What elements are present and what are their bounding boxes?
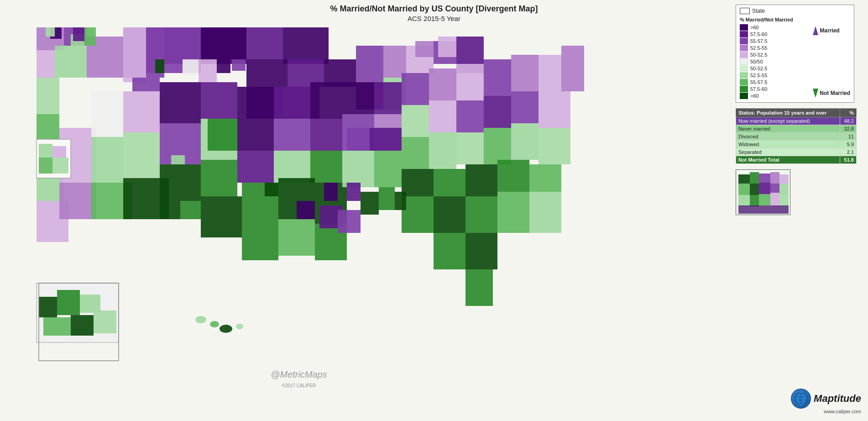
legend-row-55-575-married: 55-57.5: [740, 38, 811, 44]
svg-marker-143: [813, 26, 818, 35]
svg-rect-81: [539, 91, 570, 128]
svg-rect-92: [529, 192, 561, 233]
svg-rect-67: [429, 68, 456, 100]
svg-rect-149: [770, 172, 779, 184]
copyright: ©2017 CALIPER: [282, 383, 316, 388]
svg-rect-131: [71, 315, 94, 336]
us-map-svg: [0, 0, 598, 421]
legend-label-5050: 50/50: [750, 59, 763, 64]
legend-color-gt60-nm: [740, 93, 748, 99]
legend-label-55-575-nm: 55-57.5: [750, 79, 767, 85]
status-value: 2.1: [840, 148, 856, 156]
inset-map-ne: [736, 169, 790, 215]
svg-rect-53: [201, 196, 242, 237]
svg-rect-57: [278, 219, 315, 256]
status-table: Status: Population 15 years and over % N…: [736, 108, 857, 164]
svg-rect-104: [171, 155, 185, 164]
legend-row-gt60-married: >60: [740, 24, 811, 31]
legend-label-50-525-nm: 50-52.5: [750, 66, 767, 71]
svg-rect-42: [160, 164, 201, 201]
svg-rect-77: [429, 132, 456, 169]
table-row: Widowed5.9: [736, 141, 857, 148]
globe-svg: [794, 391, 808, 406]
svg-rect-89: [434, 196, 465, 233]
legend-color-525-55: [740, 45, 748, 51]
svg-rect-160: [779, 195, 789, 206]
svg-rect-60: [342, 82, 374, 114]
legend-label-575-60: 57.5-60: [750, 32, 767, 37]
status-value: 48.2: [840, 117, 856, 125]
svg-rect-146: [738, 174, 750, 184]
svg-rect-33: [91, 137, 123, 183]
svg-rect-51: [274, 151, 310, 183]
svg-rect-97: [561, 46, 584, 91]
svg-rect-20: [383, 46, 406, 78]
legend-row-525-55-married: 52.5-55: [740, 45, 811, 51]
svg-rect-39: [201, 82, 237, 119]
not-married-items: 50-52.5 52.5-55 55-57.5 57.5-60: [740, 65, 811, 99]
status-value: 5.9: [840, 141, 856, 148]
legend-row-gt60-notmarried: >60: [740, 93, 811, 99]
svg-point-135: [210, 321, 219, 327]
svg-rect-86: [497, 160, 529, 192]
svg-rect-115: [180, 201, 201, 219]
svg-rect-32: [91, 91, 123, 137]
caliper-url: www.caliper.com: [824, 409, 861, 414]
married-arrow: Married: [813, 26, 839, 35]
svg-rect-154: [770, 184, 779, 193]
svg-rect-3: [37, 50, 55, 78]
legend-color-50-525: [740, 52, 748, 58]
subtitle: ACS 2015-5 Year: [0, 14, 868, 23]
svg-rect-49: [310, 119, 342, 151]
legend-color-575-60-nm: [740, 86, 748, 92]
status-label: Divorced: [736, 133, 840, 141]
svg-rect-140: [52, 146, 66, 158]
svg-rect-68: [456, 64, 484, 100]
maptitude-name: Maptitude: [814, 393, 861, 405]
main-title: % Married/Not Married by US County [Dive…: [0, 4, 868, 14]
status-label: Never married: [736, 125, 840, 133]
svg-rect-26: [37, 78, 59, 114]
svg-rect-93: [434, 233, 465, 269]
legend-color-55-575: [740, 38, 748, 44]
svg-rect-123: [208, 119, 237, 151]
svg-rect-56: [242, 224, 278, 260]
svg-rect-87: [529, 164, 561, 192]
svg-rect-122: [438, 37, 456, 57]
legend-color-5050: [740, 58, 748, 65]
svg-rect-147: [750, 172, 759, 184]
legend-row-525-55-notmarried: 52.5-55: [740, 72, 811, 79]
legend-label-525-55-nm: 52.5-55: [750, 73, 767, 78]
svg-rect-47: [237, 119, 274, 151]
svg-rect-94: [465, 233, 497, 269]
svg-rect-124: [347, 128, 370, 151]
legend-row-5050: 50/50: [740, 58, 811, 65]
not-married-arrow: Not Married: [813, 89, 850, 98]
svg-rect-4: [55, 46, 87, 78]
svg-rect-159: [770, 193, 779, 206]
legend-label-gt60-married: >60: [750, 25, 759, 30]
svg-rect-48: [274, 119, 310, 151]
status-value: 11: [840, 133, 856, 141]
svg-rect-36: [123, 132, 160, 178]
down-arrow-icon: [813, 89, 818, 98]
legend-label-575-60-nm: 57.5-60: [750, 86, 767, 92]
svg-rect-121: [415, 41, 434, 57]
svg-rect-61: [374, 82, 402, 114]
svg-rect-157: [750, 195, 759, 206]
legend-color-gt60-married: [740, 24, 748, 31]
svg-rect-43: [201, 160, 237, 196]
svg-rect-75: [511, 91, 539, 123]
svg-rect-14: [246, 59, 288, 87]
svg-rect-110: [395, 192, 406, 210]
svg-rect-132: [94, 310, 116, 333]
svg-rect-141: [39, 158, 52, 174]
legend-row-575-60-married: 57.5-60: [740, 31, 811, 37]
status-label: Separated: [736, 148, 840, 156]
not-married-label: Not Married: [820, 90, 850, 96]
svg-rect-78: [456, 132, 484, 164]
svg-rect-73: [456, 100, 484, 132]
svg-rect-80: [511, 123, 539, 160]
legend-label-525-55: 52.5-55: [750, 45, 767, 51]
title-block: % Married/Not Married by US County [Dive…: [0, 4, 868, 23]
